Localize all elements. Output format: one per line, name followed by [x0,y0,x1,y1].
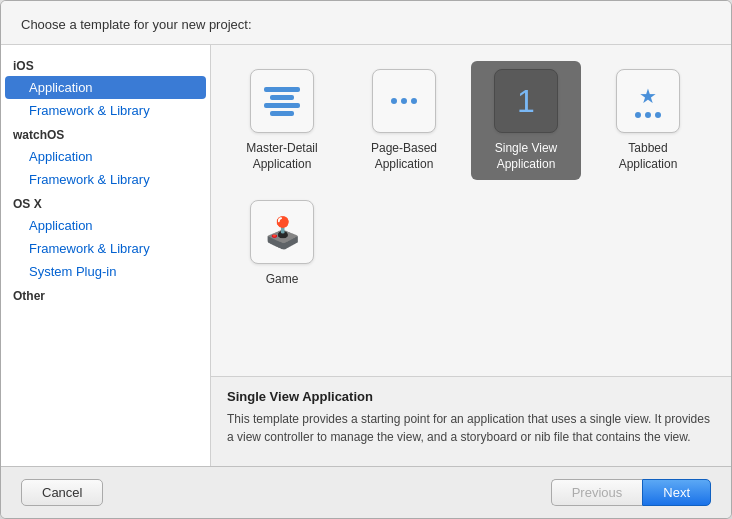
description-area: Single View Application This template pr… [211,376,731,466]
dot-3 [411,98,417,104]
template-label-single-view: Single ViewApplication [495,141,557,172]
tabbed-dots [635,112,661,118]
cancel-button[interactable]: Cancel [21,479,103,506]
game-icon-graphic: 🕹️ [264,215,301,250]
master-detail-icon-graphic [264,87,300,116]
tab-dot-3 [655,112,661,118]
template-grid: Master-DetailApplication Page-BasedAppli… [211,45,731,376]
tab-dot-2 [645,112,651,118]
description-title: Single View Application [227,389,715,404]
template-page-based[interactable]: Page-BasedApplication [349,61,459,180]
dialog-footer: Cancel Previous Next [1,466,731,518]
sidebar-item-ios-framework[interactable]: Framework & Library [5,99,206,122]
sidebar-item-watchos-framework[interactable]: Framework & Library [5,168,206,191]
template-label-page-based: Page-BasedApplication [371,141,437,172]
template-label-master-detail: Master-DetailApplication [246,141,317,172]
template-icon-tabbed: ★ [616,69,680,133]
sidebar-item-osx-framework[interactable]: Framework & Library [5,237,206,260]
template-label-game: Game [266,272,299,288]
icon-bar-1 [264,87,300,92]
previous-button[interactable]: Previous [551,479,643,506]
template-single-view[interactable]: 1 Single ViewApplication [471,61,581,180]
icon-bar-2 [270,95,294,100]
dialog-header-title: Choose a template for your new project: [21,17,252,32]
sidebar-section-ios: iOS [1,53,210,76]
dot-2 [401,98,407,104]
sidebar-section-osx: OS X [1,191,210,214]
description-text: This template provides a starting point … [227,410,715,446]
content-area: Master-DetailApplication Page-BasedAppli… [211,45,731,466]
template-icon-single-view: 1 [494,69,558,133]
new-project-dialog: Choose a template for your new project: … [0,0,732,519]
sidebar: iOS Application Framework & Library watc… [1,45,211,466]
sidebar-item-ios-application[interactable]: Application [5,76,206,99]
tab-dot-1 [635,112,641,118]
single-view-icon-graphic: 1 [517,85,535,117]
template-label-tabbed: TabbedApplication [619,141,678,172]
page-based-icon-graphic [391,98,417,104]
template-tabbed[interactable]: ★ TabbedApplication [593,61,703,180]
dialog-header: Choose a template for your new project: [1,1,731,45]
template-icon-page-based [372,69,436,133]
icon-bar-3 [264,103,300,108]
dialog-body: iOS Application Framework & Library watc… [1,45,731,466]
tabbed-icon-graphic: ★ [635,84,661,118]
icon-bar-4 [270,111,294,116]
dot-1 [391,98,397,104]
template-icon-master-detail [250,69,314,133]
sidebar-item-osx-application[interactable]: Application [5,214,206,237]
nav-buttons: Previous Next [551,479,711,506]
template-icon-game: 🕹️ [250,200,314,264]
template-master-detail[interactable]: Master-DetailApplication [227,61,337,180]
sidebar-section-other: Other [1,283,210,306]
sidebar-item-watchos-application[interactable]: Application [5,145,206,168]
template-game[interactable]: 🕹️ Game [227,192,337,296]
sidebar-item-osx-plugin[interactable]: System Plug-in [5,260,206,283]
next-button[interactable]: Next [642,479,711,506]
sidebar-section-watchos: watchOS [1,122,210,145]
tabbed-star-icon: ★ [639,84,657,108]
